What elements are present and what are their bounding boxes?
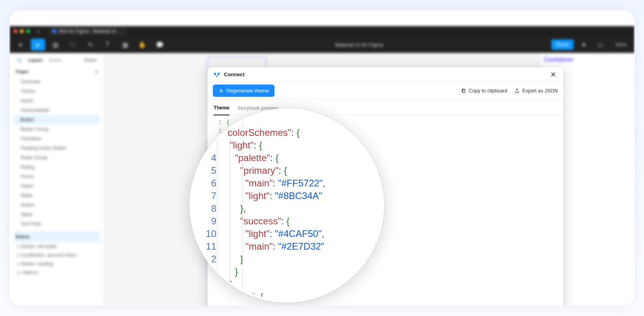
magnifier-lens: "colorSchemes": { "light": {4 "palette":… xyxy=(189,108,384,303)
sidebar-page-item[interactable]: Forms xyxy=(13,172,100,181)
assets-tab[interactable]: Assets xyxy=(49,58,62,63)
sidebar-layer-item[interactable]: ◇ Button: loading xyxy=(13,260,100,268)
sidebar-page-item[interactable]: Theme xyxy=(13,87,100,96)
comment-tool-icon[interactable]: 💬 xyxy=(153,39,167,51)
traffic-light-min[interactable] xyxy=(20,29,24,33)
sidebar-page-item[interactable]: Button Group xyxy=(13,124,100,134)
pen-tool-icon[interactable]: ✎ xyxy=(83,39,97,51)
sidebar-page-item[interactable]: Autocomplete xyxy=(13,105,100,115)
sidebar-layer-item[interactable]: ◇ IconButton: account menu xyxy=(13,251,100,260)
text-tool-icon[interactable]: T xyxy=(100,39,115,51)
sidebar-page-item[interactable]: Slider xyxy=(13,191,100,200)
code-line: } xyxy=(204,265,326,278)
sidebar-layer-item[interactable]: ◇ <Menu> xyxy=(13,268,100,277)
traffic-light-max[interactable] xyxy=(26,29,30,33)
zoom-level[interactable]: 181% xyxy=(612,42,631,47)
code-line: "light": { xyxy=(204,139,326,152)
sidebar-page-item[interactable]: Inputs xyxy=(13,96,100,105)
refresh-icon xyxy=(218,88,224,94)
layout-grid-icon[interactable]: ▦ xyxy=(118,39,132,51)
filter-label: Button xyxy=(84,58,97,63)
window-titlebar: ⌂ MUI for Figma - Material UI xyxy=(9,26,635,36)
code-line: 11 "main": "#2E7D32" xyxy=(204,240,326,253)
container-label: Container xyxy=(544,56,631,63)
document-title: Material UI for Figma xyxy=(170,42,548,48)
sidebar-page-item[interactable]: Radio Group xyxy=(13,153,100,162)
frame-tool-icon[interactable]: ▧ xyxy=(48,39,63,51)
home-icon[interactable]: ⌂ xyxy=(36,28,40,34)
sidebar-page-item[interactable]: Text Field xyxy=(13,219,100,229)
sidebar-page-item[interactable]: Select xyxy=(13,181,100,191)
export-json-button[interactable]: Export as JSON xyxy=(514,88,558,94)
layers-header: Button xyxy=(16,234,30,239)
add-page-icon[interactable]: + xyxy=(95,69,98,74)
hand-tool-icon[interactable]: ✋ xyxy=(135,39,150,51)
pages-header: Pages xyxy=(16,69,28,74)
sidebar-page-item[interactable]: Rating xyxy=(13,162,100,172)
layers-panel: 🔍 Layers Assets Button Pages+ OverviewTh… xyxy=(9,53,104,306)
mui-logo-icon xyxy=(213,71,221,79)
export-icon xyxy=(514,88,520,94)
regenerate-theme-button[interactable]: Regenerate theme xyxy=(213,85,275,97)
copy-to-clipboard-button[interactable]: Copy to clipboard xyxy=(461,88,507,94)
code-line: 7 "light": "#8BC34A" xyxy=(204,190,326,202)
avatar[interactable]: ● xyxy=(577,39,591,51)
code-line: 2 } xyxy=(204,253,326,265)
shape-tool-icon[interactable]: □ xyxy=(66,39,80,51)
menu-icon[interactable]: ▾ xyxy=(13,39,28,51)
move-tool-icon[interactable]: ▸ xyxy=(31,39,45,51)
document-tab[interactable]: MUI for Figma - Material UI xyxy=(48,27,127,36)
sidebar-page-item[interactable]: Button xyxy=(13,115,100,124)
code-line: 9 "success": { xyxy=(204,215,326,228)
code-line: 4 "palette": { xyxy=(204,152,326,164)
code-line: 8 }, xyxy=(204,202,326,215)
figma-toolbar: ▾ ▸ ▧ □ ✎ T ▦ ✋ 💬 Material UI for Figma … xyxy=(9,36,635,53)
copy-icon xyxy=(461,88,466,94)
code-line: 6 "main": "#FF5722", xyxy=(204,177,326,190)
search-icon[interactable]: 🔍 xyxy=(17,58,22,63)
share-button[interactable]: Share xyxy=(551,40,574,50)
sidebar-layer-item[interactable]: ◇ Button: full-width xyxy=(13,242,100,251)
code-line: 5 "primary": { xyxy=(204,164,326,177)
close-icon[interactable]: ✕ xyxy=(549,69,558,81)
sidebar-page-item[interactable]: Stack xyxy=(13,210,100,219)
play-icon[interactable]: ▷ xyxy=(594,39,608,51)
traffic-light-close[interactable] xyxy=(13,29,17,33)
sidebar-page-item[interactable]: Floating Action Button xyxy=(13,143,100,153)
sidebar-page-item[interactable]: Overview xyxy=(13,77,100,87)
layers-tab[interactable]: Layers xyxy=(28,58,42,63)
plugin-title: Connect xyxy=(224,71,244,77)
code-line: 10 "light": "#4CAF50", xyxy=(204,228,326,240)
sidebar-page-item[interactable]: Switch xyxy=(13,200,100,210)
tab-theme[interactable]: Theme xyxy=(214,105,229,115)
sidebar-page-item[interactable]: Checkbox xyxy=(13,134,100,143)
